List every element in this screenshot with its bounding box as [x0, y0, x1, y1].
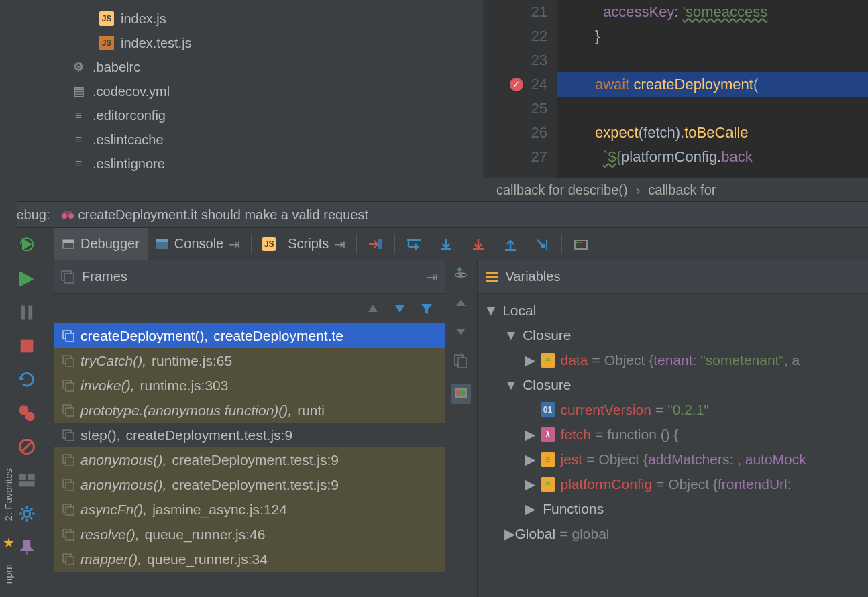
- project-tree-item[interactable]: JSindex.test.js: [0, 31, 483, 55]
- stack-frame[interactable]: anonymous(), createDeployment.test.js:9: [54, 472, 445, 497]
- tab-debugger[interactable]: Debugger: [54, 228, 148, 260]
- stack-frame[interactable]: tryCatch(), runtime.js:65: [54, 348, 445, 373]
- variable-row[interactable]: 01currentVersion="0.2.1": [478, 397, 869, 422]
- stop-button[interactable]: [17, 337, 36, 356]
- expand-icon[interactable]: ▶: [525, 501, 535, 517]
- breakpoint-icon[interactable]: ✓: [510, 78, 523, 91]
- layout-settings-button[interactable]: [17, 471, 36, 490]
- expand-icon[interactable]: ▼: [484, 303, 495, 319]
- star-icon[interactable]: ★: [3, 535, 15, 551]
- variable-row[interactable]: ▶≡jest=Object {addMatchers: , autoMock: [478, 447, 869, 472]
- stack-frame[interactable]: mapper(), queue_runner.js:34: [54, 547, 445, 572]
- filter-icon[interactable]: [419, 301, 434, 316]
- resume-button[interactable]: [17, 270, 36, 288]
- project-tree-item[interactable]: ≡.eslintcache: [0, 127, 483, 152]
- object-icon: ≡: [541, 452, 555, 467]
- watches-icon[interactable]: [453, 386, 469, 402]
- favorites-stripe-button[interactable]: 2: Favorites: [3, 468, 14, 521]
- svg-rect-17: [21, 306, 25, 320]
- pin-button[interactable]: [17, 538, 36, 557]
- add-watch-button[interactable]: [453, 266, 469, 282]
- variable-row[interactable]: ▼ Local: [478, 298, 869, 323]
- variable-row[interactable]: ▼ Closure: [478, 323, 869, 347]
- pin-icon[interactable]: ⇥: [229, 236, 240, 252]
- settings-button[interactable]: [17, 504, 36, 523]
- variable-row[interactable]: ▼ Closure: [478, 372, 869, 397]
- variable-row[interactable]: ▶≡platformConfig=Object {frontendUrl:: [478, 472, 869, 496]
- project-tree[interactable]: JSindex.jsJSindex.test.js⚙.babelrc▤.code…: [0, 0, 483, 201]
- object-icon: ≡: [541, 353, 555, 368]
- expand-icon[interactable]: ▶: [525, 476, 535, 492]
- editor-code[interactable]: accessKey: 'someaccess } await createDep…: [557, 0, 868, 201]
- tab-console[interactable]: Console ⇥: [148, 228, 248, 260]
- mute-breakpoints-button[interactable]: [17, 437, 36, 456]
- debugger-icon: [62, 237, 75, 251]
- expand-icon[interactable]: ▶: [525, 352, 535, 368]
- step-out-button[interactable]: [494, 228, 527, 260]
- svg-rect-6: [378, 239, 382, 249]
- view-breakpoints-button[interactable]: [17, 404, 36, 423]
- project-tree-item[interactable]: JSindex.js: [0, 7, 483, 31]
- frame-icon: [62, 453, 75, 467]
- file-label: index.test.js: [121, 36, 192, 51]
- variable-row[interactable]: ▶λfetch=function () {: [478, 422, 869, 447]
- variable-row[interactable]: ▶ Functions: [478, 496, 869, 521]
- svg-line-32: [21, 508, 23, 511]
- stack-frame[interactable]: resolve(), queue_runner.js:46: [54, 522, 445, 547]
- step-into-button[interactable]: [430, 228, 462, 260]
- run-to-cursor-button[interactable]: [527, 228, 559, 260]
- show-execution-point-button[interactable]: [360, 228, 392, 260]
- frame-up-button[interactable]: [366, 301, 380, 316]
- breadcrumb-item[interactable]: callback for describe(): [496, 182, 628, 198]
- expand-icon[interactable]: ▶: [504, 526, 515, 542]
- variables-tree[interactable]: ▼ Local▼ Closure▶≡data=Object {tenant: "…: [478, 294, 869, 546]
- frame-icon: [62, 478, 75, 492]
- svg-rect-57: [66, 557, 74, 565]
- step-over-button[interactable]: [398, 228, 430, 260]
- npm-stripe-button[interactable]: npm: [3, 564, 14, 584]
- svg-rect-49: [66, 457, 74, 466]
- frames-list[interactable]: createDeployment(), createDeployment.tet…: [54, 323, 445, 597]
- svg-rect-41: [66, 358, 74, 366]
- project-tree-item[interactable]: ≡.editorconfig: [0, 103, 483, 127]
- svg-rect-16: [19, 272, 21, 286]
- expand-down-icon[interactable]: [454, 325, 468, 338]
- pin-icon[interactable]: ⇥: [427, 269, 438, 285]
- tab-scripts[interactable]: JS Scripts ⇥: [254, 228, 354, 260]
- rerun-icon[interactable]: [18, 235, 36, 253]
- svg-rect-45: [66, 408, 74, 416]
- file-icon: JS: [99, 11, 114, 26]
- svg-point-58: [459, 274, 462, 276]
- frame-down-button[interactable]: [392, 301, 407, 316]
- evaluate-expression-button[interactable]: [565, 228, 597, 260]
- variable-row[interactable]: ▶Global=global: [478, 521, 869, 546]
- expand-icon[interactable]: ▼: [504, 377, 515, 393]
- reload-button[interactable]: [17, 370, 36, 389]
- pin-icon[interactable]: ⇥: [334, 236, 345, 252]
- expand-icon[interactable]: ▶: [525, 451, 535, 468]
- collapse-up-icon[interactable]: [454, 296, 468, 310]
- force-step-into-button[interactable]: [462, 228, 494, 260]
- project-tree-item[interactable]: ≡.eslintignore: [0, 152, 483, 176]
- left-tool-stripe[interactable]: 2: Favorites ★ npm: [0, 201, 17, 597]
- stack-frame[interactable]: invoke(), runtime.js:303: [54, 373, 445, 398]
- svg-rect-14: [576, 242, 579, 243]
- variables-label: Variables: [506, 269, 561, 284]
- project-tree-item[interactable]: ⚙.babelrc: [0, 55, 483, 79]
- stack-frame[interactable]: asyncFn(), jasmine_async.js:124: [54, 497, 445, 522]
- pause-button[interactable]: [17, 303, 36, 322]
- code-editor[interactable]: 212223✓24252627 accessKey: 'someaccess }…: [483, 0, 868, 201]
- project-tree-item[interactable]: ▤.codecov.yml: [0, 79, 483, 103]
- stack-frame[interactable]: prototype.(anonymous function)(), runti: [54, 398, 445, 423]
- expand-icon[interactable]: ▼: [504, 327, 515, 343]
- variable-row[interactable]: ▶≡data=Object {tenant: "sometenant", a: [478, 347, 869, 372]
- breadcrumb[interactable]: callback for describe() › callback for: [483, 178, 868, 201]
- breadcrumb-item[interactable]: callback for: [648, 182, 716, 198]
- stack-frame[interactable]: createDeployment(), createDeployment.te: [54, 323, 445, 348]
- stack-frame[interactable]: anonymous(), createDeployment.test.js:9: [54, 447, 445, 472]
- copy-icon[interactable]: [453, 353, 469, 369]
- expand-icon[interactable]: ▶: [525, 427, 535, 443]
- variables-icon: [484, 270, 499, 284]
- stack-frame[interactable]: step(), createDeployment.test.js:9: [54, 423, 445, 447]
- svg-rect-53: [66, 507, 74, 515]
